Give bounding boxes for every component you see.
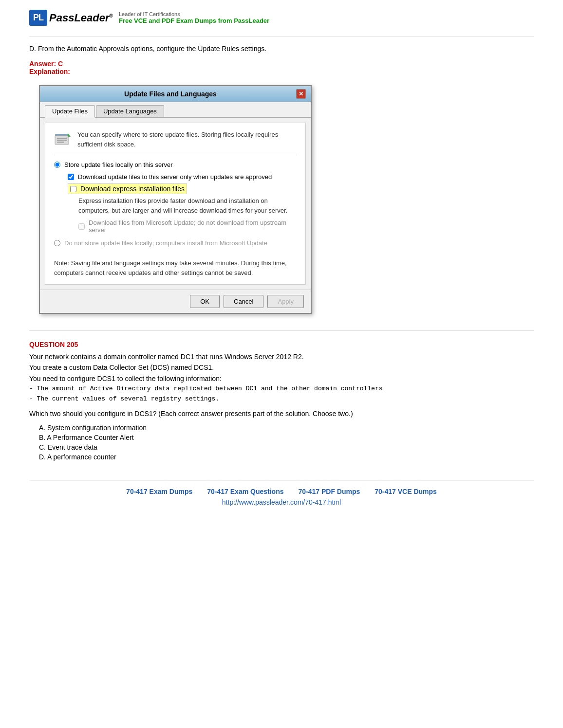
logo: PL PassLeader® xyxy=(29,10,113,26)
page-header: PL PassLeader® Leader of IT Certificatio… xyxy=(29,10,534,30)
file-icon xyxy=(54,130,72,147)
logo-passleader-text: PassLeader® xyxy=(49,12,113,24)
q205-question-line: Which two should you configure in DCS1? … xyxy=(29,408,534,419)
update-files-languages-dialog: Update Files and Languages ✕ Update File… xyxy=(39,85,312,314)
tab-update-languages[interactable]: Update Languages xyxy=(96,105,164,117)
radio-do-not-store-label: Do not store update files locally; compu… xyxy=(64,239,267,247)
footer-link-exam-questions[interactable]: 70-417 Exam Questions xyxy=(207,488,283,495)
info-row: You can specify where to store update fi… xyxy=(54,130,297,155)
ok-button[interactable]: OK xyxy=(190,295,220,308)
radio-do-not-store: Do not store update files locally; compu… xyxy=(54,239,297,247)
checkbox-express-row: Download express installation files xyxy=(68,183,297,194)
q205-option-a: A. System configuration information xyxy=(39,424,534,432)
checkbox-download-approved: Download update files to this server onl… xyxy=(68,173,297,181)
checkbox-express-label: Download express installation files xyxy=(80,185,185,193)
footer-link-exam-dumps[interactable]: 70-417 Exam Dumps xyxy=(126,488,192,495)
free-vce-text: Free VCE and PDF Exam Dumps from PassLea… xyxy=(119,17,269,24)
dialog-title: Update Files and Languages xyxy=(45,90,296,98)
q205-line3: You need to configure DCS1 to collect th… xyxy=(29,373,534,384)
sub-checkbox-microsoft-update: Download files from Microsoft Update; do… xyxy=(78,219,297,234)
header-right: Leader of IT Certifications Free VCE and… xyxy=(119,11,269,24)
svg-marker-5 xyxy=(68,133,71,137)
leader-text: Leader of IT Certifications xyxy=(119,11,269,17)
tab-update-files[interactable]: Update Files xyxy=(45,105,95,118)
explanation-label: Explanation: xyxy=(29,68,534,75)
dialog-wrapper: Update Files and Languages ✕ Update File… xyxy=(39,85,312,314)
footer-link-pdf-dumps[interactable]: 70-417 PDF Dumps xyxy=(298,488,360,495)
q205-line2: You create a custom Data Collector Set (… xyxy=(29,362,534,373)
express-description: Express installation files provide faste… xyxy=(78,196,297,215)
checkbox-download-approved-input[interactable] xyxy=(68,174,74,180)
q205-line1: Your network contains a domain controlle… xyxy=(29,351,534,362)
radio-store-locally-input[interactable] xyxy=(54,162,60,168)
header-divider xyxy=(29,36,534,37)
dialog-titlebar: Update Files and Languages ✕ xyxy=(40,86,311,102)
q205-options-list: A. System configuration information B. A… xyxy=(39,424,534,461)
sub-checkbox-microsoft-update-input[interactable] xyxy=(78,223,85,230)
q205-bullet1: - The amount of Active Directory data re… xyxy=(29,384,534,394)
answer-label: Answer: C xyxy=(29,60,534,68)
checkbox-download-approved-label: Download update files to this server onl… xyxy=(78,173,272,181)
checkbox-express-input[interactable] xyxy=(70,186,76,192)
footer-link-vce-dumps[interactable]: 70-417 VCE Dumps xyxy=(375,488,437,495)
checkbox-express-highlighted: Download express installation files xyxy=(68,183,187,194)
q205-option-d: D. A performance counter xyxy=(39,453,534,461)
dialog-buttons: OK Cancel Apply xyxy=(40,290,311,313)
question-205-body: Your network contains a domain controlle… xyxy=(29,351,534,419)
q205-bullet2: - The current values of several registry… xyxy=(29,394,534,404)
radio-store-locally-label: Store update files locally on this serve… xyxy=(64,161,173,168)
page-footer: 70-417 Exam Dumps 70-417 Exam Questions … xyxy=(29,480,534,506)
q205-option-b: B. A Performance Counter Alert xyxy=(39,434,534,441)
dialog-close-button[interactable]: ✕ xyxy=(296,89,306,99)
footer-url: http://www.passleader.com/70-417.html xyxy=(29,498,534,506)
q205-option-c: C. Event trace data xyxy=(39,443,534,451)
apply-button[interactable]: Apply xyxy=(267,295,304,308)
dialog-tab-bar: Update Files Update Languages xyxy=(40,102,311,118)
question-205-section: QUESTION 205 Your network contains a dom… xyxy=(29,341,534,461)
footer-links: 70-417 Exam Dumps 70-417 Exam Questions … xyxy=(29,488,534,495)
question-d-text: D. From the Automatic Approvals options,… xyxy=(29,44,534,54)
info-icon xyxy=(54,130,72,147)
section-divider-2 xyxy=(29,330,534,331)
note-text: Note: Saving file and language settings … xyxy=(54,254,297,277)
sub-options: Download files from Microsoft Update; do… xyxy=(78,219,297,234)
answer-block: Answer: C Explanation: xyxy=(29,60,534,75)
dialog-content-area: You can specify where to store update fi… xyxy=(45,123,306,285)
info-text: You can specify where to store update fi… xyxy=(77,130,297,149)
question-205-number: QUESTION 205 xyxy=(29,341,534,348)
logo-pl-box: PL xyxy=(29,10,47,26)
cancel-button[interactable]: Cancel xyxy=(224,295,263,308)
sub-checkbox-microsoft-update-label: Download files from Microsoft Update; do… xyxy=(89,219,297,234)
radio-store-locally: Store update files locally on this serve… xyxy=(54,161,297,168)
radio-do-not-store-input[interactable] xyxy=(54,240,60,246)
